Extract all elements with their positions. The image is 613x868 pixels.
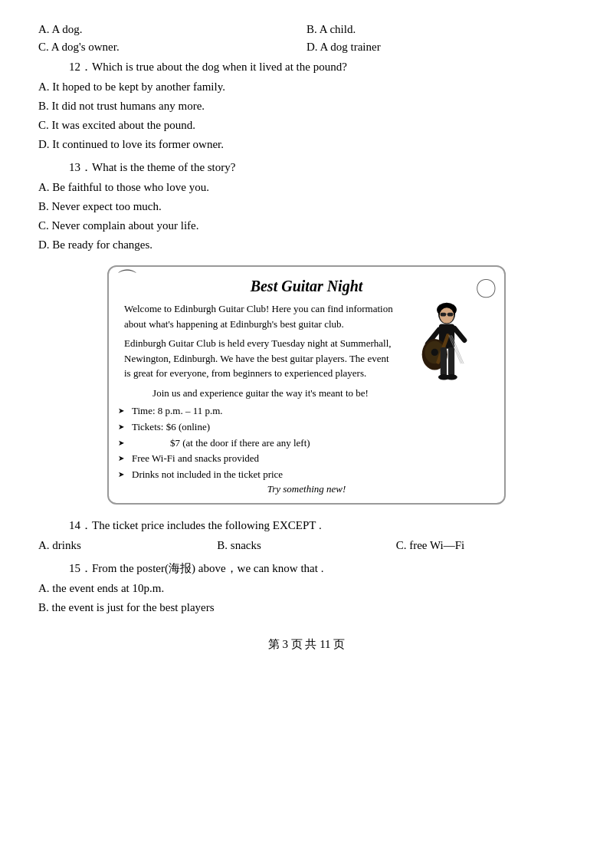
q13-stem: 13．What is the theme of the story? bbox=[38, 160, 575, 175]
poster-image-section bbox=[405, 301, 489, 400]
q13-option-b: B. Never expect too much. bbox=[38, 200, 575, 213]
poster: ⌒ 〇 Best Guitar Night Welcome to Edinbur… bbox=[107, 265, 506, 505]
poster-intro1: Welcome to Edinburgh Guitar Club! Here y… bbox=[124, 301, 397, 331]
q12-option-a: A. It hoped to be kept by another family… bbox=[38, 81, 575, 94]
poster-right-ornament: 〇 bbox=[475, 275, 497, 304]
poster-text-section: Welcome to Edinburgh Guitar Club! Here y… bbox=[124, 301, 397, 400]
svg-rect-17 bbox=[448, 347, 454, 376]
svg-rect-4 bbox=[447, 313, 453, 317]
svg-rect-16 bbox=[441, 347, 447, 376]
q13-option-d: D. Be ready for changes. bbox=[38, 238, 575, 252]
q12-option-b: B. It did not trust humans any more. bbox=[38, 100, 575, 113]
poster-bullets: Time: 8 p.m. – 11 p.m. Tickets: $6 (onli… bbox=[124, 403, 489, 483]
q11-options-ab: A. A dog. B. A child. bbox=[38, 23, 575, 36]
q11-options-cd: C. A dog's owner. D. A dog trainer bbox=[38, 41, 575, 54]
poster-bullet-drinks: Drinks not included in the ticket price bbox=[124, 467, 489, 483]
q14-option-c: C. free Wi—Fi bbox=[396, 539, 575, 552]
svg-line-8 bbox=[454, 328, 464, 340]
svg-point-19 bbox=[446, 374, 457, 380]
page-number: 第 3 页 共 11 页 bbox=[268, 638, 346, 650]
poster-bullet-time: Time: 8 p.m. – 11 p.m. bbox=[124, 403, 489, 419]
q14-options: A. drinks B. snacks C. free Wi—Fi bbox=[38, 539, 575, 552]
q13-block: 13．What is the theme of the story? A. Be… bbox=[38, 160, 575, 252]
q14-block: 14．The ticket price includes the followi… bbox=[38, 518, 575, 552]
q11-option-a: A. A dog. bbox=[38, 23, 306, 36]
q12-option-c: C. It was excited about the pound. bbox=[38, 119, 575, 132]
poster-bullet-tickets-online: Tickets: $6 (online) bbox=[124, 419, 489, 436]
q13-option-c: C. Never complain about your life. bbox=[38, 219, 575, 232]
q11-option-c: C. A dog's owner. bbox=[38, 41, 306, 54]
poster-bullet-tickets-door: $7 (at the door if there are any left) bbox=[124, 436, 489, 452]
q12-block: 12．Which is true about the dog when it l… bbox=[38, 60, 575, 151]
q11-option-d: D. A dog trainer bbox=[306, 41, 575, 54]
q15-block: 15．From the poster(海报) above，we can know… bbox=[38, 561, 575, 614]
q12-option-d: D. It continued to love its former owner… bbox=[38, 138, 575, 151]
svg-point-11 bbox=[431, 349, 438, 356]
q15-stem: 15．From the poster(海报) above，we can know… bbox=[38, 561, 575, 576]
q14-stem: 14．The ticket price includes the followi… bbox=[38, 518, 575, 533]
guitarist-illustration bbox=[405, 301, 489, 393]
q12-stem: 12．Which is true about the dog when it l… bbox=[38, 60, 575, 74]
poster-body: Welcome to Edinburgh Guitar Club! Here y… bbox=[124, 301, 489, 400]
q14-option-a: A. drinks bbox=[38, 539, 217, 552]
q15-option-b: B. the event is just for the best player… bbox=[38, 601, 575, 614]
poster-tagline: Try something new! bbox=[124, 483, 489, 495]
poster-top-ornament: ⌒ bbox=[116, 265, 138, 294]
poster-title: Best Guitar Night bbox=[124, 278, 489, 295]
poster-intro2: Edinburgh Guitar Club is held every Tues… bbox=[124, 336, 397, 381]
q13-option-a: A. Be faithful to those who love you. bbox=[38, 181, 575, 194]
page-footer: 第 3 页 共 11 页 bbox=[38, 637, 575, 652]
q11-option-b: B. A child. bbox=[306, 23, 575, 36]
poster-join: Join us and experience guitar the way it… bbox=[124, 386, 397, 401]
q15-option-a: A. the event ends at 10p.m. bbox=[38, 582, 575, 595]
poster-bullet-wifi: Free Wi-Fi and snacks provided bbox=[124, 451, 489, 467]
q14-option-b: B. snacks bbox=[217, 539, 395, 552]
svg-rect-3 bbox=[441, 313, 446, 317]
